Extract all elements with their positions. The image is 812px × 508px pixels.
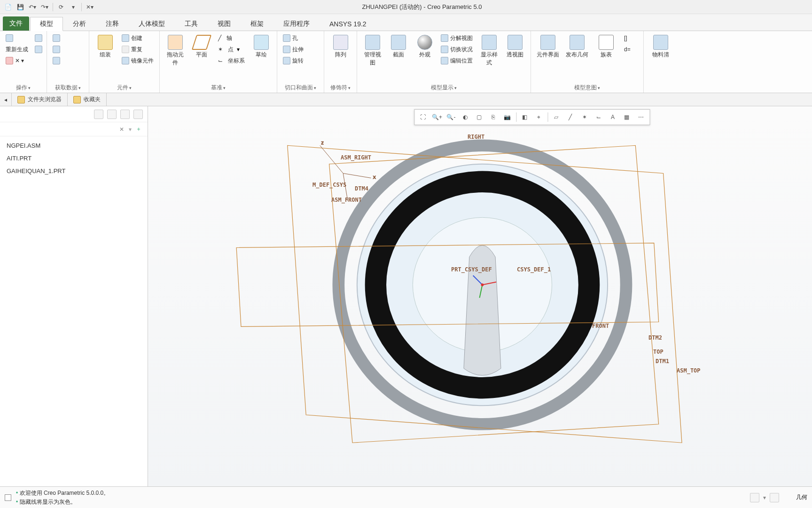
comp-if-icon <box>540 35 555 50</box>
tree-filter-icon[interactable] <box>94 110 103 119</box>
component-interface-button[interactable]: 元件界面 <box>535 33 561 61</box>
family-table-button[interactable]: 族表 <box>593 33 619 61</box>
repeat-icon <box>122 46 129 53</box>
snapshot-icon[interactable]: 📷 <box>501 111 514 123</box>
regen-button[interactable] <box>4 33 30 43</box>
tab-applications[interactable]: 应用程序 <box>273 16 320 31</box>
shrinkwrap-icon <box>53 46 60 53</box>
mirror-component-button[interactable]: 镜像元件 <box>120 56 156 66</box>
clear-search-icon[interactable]: ✕ <box>117 125 126 134</box>
tab-annotate[interactable]: 注释 <box>96 16 129 31</box>
tab-ansys[interactable]: ANSYS 19.2 <box>320 16 376 31</box>
assemble-button[interactable]: 组装 <box>93 33 117 61</box>
revolve-button[interactable]: 旋转 <box>281 56 305 66</box>
sketch-button[interactable]: 草绘 <box>250 33 273 61</box>
tab-view[interactable]: 视图 <box>208 16 241 31</box>
toggle-status-button[interactable]: 切换状况 <box>439 44 475 55</box>
selection-filter-label[interactable]: 几何 <box>796 493 807 501</box>
tab-folder-browser[interactable]: 文件夹浏览器 <box>12 93 68 106</box>
zoom-in-icon[interactable]: 🔍+ <box>430 111 444 123</box>
zoom-out-icon[interactable]: 🔍- <box>445 111 458 123</box>
graphics-viewport[interactable]: ⛶ 🔍+ 🔍- ◐ ▢ ⎘ 📷 ◧ ⌖ ▱ ╱ ✶ ⌙ A ▦ ⋯ <box>148 106 812 486</box>
axis-button[interactable]: ╱ 轴 <box>216 33 247 43</box>
tree-item-asm[interactable]: NGPEI.ASM <box>2 139 146 152</box>
group-label-component[interactable]: 元件 <box>117 84 132 91</box>
csys-display-icon[interactable]: ⌙ <box>592 111 605 123</box>
tab-analysis[interactable]: 分析 <box>63 16 96 31</box>
relations-button[interactable]: d= <box>622 44 632 55</box>
regen-label[interactable]: 重新生成 <box>4 44 30 55</box>
add-icon[interactable]: ＋ <box>134 125 143 134</box>
group-label-intent[interactable]: 模型意图 <box>574 84 601 91</box>
getdata-a[interactable] <box>51 33 62 43</box>
model-tree[interactable]: NGPEI.ASM AITI.PRT GAIHEIQUAN_1.PRT <box>0 136 148 486</box>
group-label-operate[interactable]: 操作 <box>16 84 31 91</box>
group-label-cut[interactable]: 切口和曲面 <box>285 84 317 91</box>
group-label-model-display[interactable]: 模型显示 <box>431 84 457 91</box>
shade-icon[interactable]: ◧ <box>518 111 531 123</box>
regenerate-icon[interactable]: ⟳ <box>56 2 66 12</box>
point-display-icon[interactable]: ✶ <box>578 111 591 123</box>
tab-tools[interactable]: 工具 <box>175 16 208 31</box>
drag-component-button[interactable]: 拖动元件 <box>164 33 187 69</box>
zoom-fit-icon[interactable]: ⛶ <box>416 111 429 123</box>
tree-settings-icon[interactable] <box>107 110 117 119</box>
parameters-button[interactable]: [] <box>622 33 632 43</box>
copy-view-icon[interactable]: ⎘ <box>487 111 500 123</box>
layers-icon[interactable] <box>770 493 779 502</box>
manage-views-button[interactable]: 管理视图 <box>361 33 384 69</box>
saved-view-icon[interactable]: ▢ <box>473 111 486 123</box>
perspective-button[interactable]: 透视图 <box>504 33 527 61</box>
undo-icon[interactable]: ↶▾ <box>27 2 38 12</box>
bom-button[interactable]: 物料清 <box>648 33 674 61</box>
pattern-button[interactable]: 阵列 <box>328 33 353 61</box>
group-label-modifier[interactable]: 修饰符 <box>330 84 351 91</box>
status-toggle-a[interactable] <box>5 494 11 501</box>
close-window-icon[interactable]: ✕▾ <box>85 2 95 12</box>
op-btn-a[interactable] <box>33 33 44 43</box>
group-label-getdata[interactable]: 获取数据 <box>55 84 81 91</box>
explode-view-button[interactable]: 分解视图 <box>439 33 475 43</box>
getdata-c[interactable] <box>51 56 62 66</box>
edit-position-button[interactable]: 编辑位置 <box>439 56 475 66</box>
redo-icon[interactable]: ↷▾ <box>39 2 50 12</box>
collapse-tree-button[interactable]: ◂ <box>0 93 12 106</box>
axis-display-icon[interactable]: ╱ <box>564 111 577 123</box>
new-file-icon[interactable]: 📄 <box>3 2 13 12</box>
spin-icon[interactable]: ◐ <box>459 111 472 123</box>
hole-button[interactable]: 孔 <box>281 33 305 43</box>
find-icon[interactable] <box>750 493 759 502</box>
save-icon[interactable]: 💾 <box>15 2 25 12</box>
tab-manikin[interactable]: 人体模型 <box>129 16 175 31</box>
publish-geom-button[interactable]: 发布几何 <box>564 33 590 61</box>
more-display-icon[interactable]: ⋯ <box>634 111 648 123</box>
delete-icon <box>6 57 13 64</box>
tab-file[interactable]: 文件 <box>3 16 29 31</box>
tab-model[interactable]: 模型 <box>30 17 63 31</box>
annotation-display-icon[interactable]: A <box>606 111 619 123</box>
tree-item-part2[interactable]: GAIHEIQUAN_1.PRT <box>2 165 146 177</box>
csys-toggle-icon[interactable]: ⌖ <box>532 111 546 123</box>
tab-framework[interactable]: 框架 <box>241 16 273 31</box>
plane-display-icon[interactable]: ▱ <box>550 111 563 123</box>
tab-favorites[interactable]: 收藏夹 <box>68 93 107 106</box>
section-button[interactable]: 截面 <box>387 33 410 61</box>
plane-button[interactable]: 平面 <box>190 33 213 61</box>
tree-more-icon[interactable] <box>133 110 143 119</box>
csys-button[interactable]: ⌙ 坐标系 <box>216 56 247 66</box>
datum-display-icon[interactable]: ▦ <box>620 111 633 123</box>
appearance-button[interactable]: 外观 <box>413 33 436 61</box>
create-component-button[interactable]: 创建 <box>120 33 156 43</box>
tree-show-icon[interactable] <box>120 110 130 119</box>
status-message-1: 欢迎使用 Creo Parametric 5.0.0.0。 <box>16 489 109 497</box>
op-btn-b[interactable] <box>33 44 44 55</box>
tree-item-part1[interactable]: AITI.PRT <box>2 152 146 165</box>
windows-icon[interactable]: ▾ <box>68 2 78 12</box>
datum-label: ASM_FRONT <box>331 197 362 203</box>
delete-button[interactable]: ✕ ▾ <box>4 56 30 66</box>
extrude-button[interactable]: 拉伸 <box>281 44 305 55</box>
group-label-datum[interactable]: 基准 <box>211 84 226 91</box>
point-button[interactable]: ✶ 点 ▾ <box>216 44 247 55</box>
getdata-b[interactable] <box>51 44 62 55</box>
display-style-button[interactable]: 显示样式 <box>477 33 500 69</box>
